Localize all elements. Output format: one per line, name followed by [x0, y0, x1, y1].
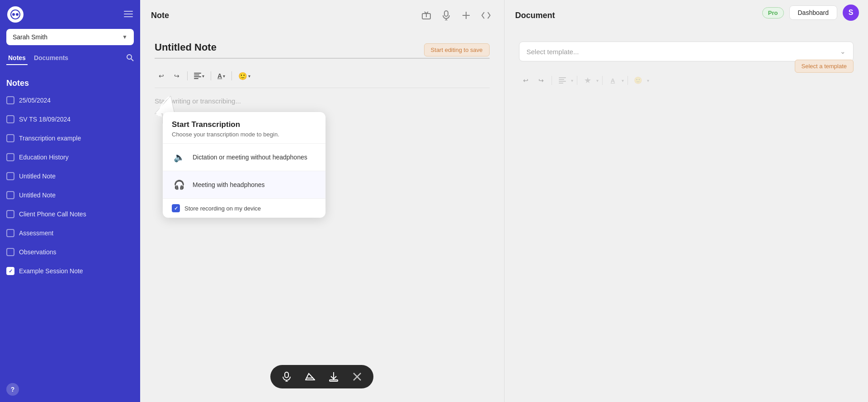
svg-rect-4	[124, 14, 133, 14]
emoji-dropdown[interactable]: 🙂 ▾	[236, 70, 253, 82]
pro-badge: Pro	[762, 7, 784, 19]
doc-text-dropdown[interactable]: A	[606, 74, 620, 87]
note-panel: Note	[140, 0, 505, 402]
help-button[interactable]: ?	[6, 383, 19, 396]
store-label: Store recording on my device	[184, 205, 261, 212]
bottom-download-button[interactable]	[326, 369, 341, 384]
chevron-down-icon: ▾	[596, 78, 599, 83]
sidebar-footer: ?	[0, 377, 140, 402]
note-checkbox[interactable]	[6, 172, 14, 180]
list-item[interactable]: Client Phone Call Notes •••	[0, 205, 140, 224]
note-checkbox[interactable]	[6, 134, 14, 142]
list-item[interactable]: SV TS 18/09/2024 •••	[0, 110, 140, 129]
tab-documents[interactable]: Documents	[32, 51, 70, 65]
chevron-down-icon: ▾	[223, 74, 225, 79]
store-checkbox[interactable]	[172, 204, 180, 212]
sidebar-tabs: Notes Documents	[0, 51, 140, 70]
upload-icon[interactable]	[419, 8, 434, 23]
transcription-option-headphones[interactable]: 🎧 Meeting with headphones	[163, 171, 326, 198]
transcription-popup-title: Start Transcription	[172, 120, 316, 129]
svg-rect-31	[559, 77, 566, 78]
doc-magic-dropdown[interactable]	[581, 74, 594, 87]
note-title: SV TS 18/09/2024	[19, 116, 118, 123]
doc-undo-button[interactable]: ↩	[519, 74, 533, 87]
headphones-icon: 🎧	[172, 178, 186, 192]
svg-point-2	[16, 13, 19, 16]
add-icon[interactable]	[459, 8, 473, 23]
editor-toolbar: ↩ ↪ ▾ A ▾	[155, 66, 490, 88]
mic-icon[interactable]	[439, 8, 453, 23]
list-item[interactable]: Observations •••	[0, 243, 140, 262]
undo-button[interactable]: ↩	[155, 70, 168, 82]
note-checkbox[interactable]	[6, 153, 14, 161]
note-editor[interactable]: Start editing to save ↩ ↪ ▾ A	[140, 31, 504, 402]
sidebar-header	[0, 0, 140, 29]
note-title: Untitled Note	[19, 192, 118, 199]
svg-rect-16	[194, 75, 199, 75]
user-select[interactable]: Sarah Smith ▼	[6, 29, 134, 45]
collapse-icon[interactable]	[479, 8, 493, 23]
app-logo	[7, 6, 24, 23]
svg-rect-32	[559, 79, 564, 80]
transcription-option-no-headphones[interactable]: 🔈 Dictation or meeting without headphone…	[163, 143, 326, 171]
chevron-down-icon: ▼	[122, 34, 127, 40]
align-dropdown[interactable]: ▾	[191, 70, 207, 82]
list-item[interactable]: Assessment •••	[0, 224, 140, 243]
list-item[interactable]: Untitled Note •••	[0, 167, 140, 186]
doc-redo-button[interactable]: ↪	[534, 74, 548, 87]
text-format-dropdown[interactable]: A ▾	[215, 70, 228, 82]
note-panel-header: Note	[140, 0, 504, 31]
bottom-erase-button[interactable]	[303, 369, 317, 384]
doc-align-dropdown[interactable]	[556, 74, 569, 87]
document-panel-title: Document	[515, 11, 555, 20]
redo-button[interactable]: ↪	[170, 70, 184, 82]
bottom-mic-button[interactable]	[279, 369, 294, 384]
note-title: Assessment	[19, 229, 118, 237]
note-checkbox[interactable]	[6, 229, 14, 237]
notes-list: Notes 25/05/2024 ••• SV TS 18/09/2024 ••…	[0, 70, 140, 377]
sidebar-toggle[interactable]	[124, 10, 133, 19]
toolbar-separator	[602, 76, 603, 85]
template-select[interactable]: Select template... ⌄	[519, 42, 854, 61]
note-checkbox[interactable]	[6, 115, 14, 123]
tab-notes[interactable]: Notes	[6, 51, 28, 65]
svg-rect-3	[124, 11, 133, 12]
list-item[interactable]: Transcription example •••	[0, 129, 140, 148]
note-checkbox[interactable]	[6, 96, 14, 104]
speaker-icon: 🔈	[172, 150, 186, 164]
note-checkbox-checked[interactable]	[6, 267, 14, 275]
note-title: Transcription example	[19, 135, 118, 142]
chevron-down-icon: ⌄	[840, 47, 846, 56]
svg-marker-35	[585, 77, 591, 83]
svg-rect-33	[559, 81, 566, 82]
transcription-popup-header: Start Transcription Choose your transcri…	[163, 112, 326, 143]
note-panel-actions	[419, 8, 493, 23]
note-title: 25/05/2024	[19, 97, 118, 104]
note-title: Education History	[19, 154, 118, 161]
toolbar-separator	[211, 71, 211, 80]
list-item[interactable]: Education History •••	[0, 148, 140, 167]
note-panel-title: Note	[151, 11, 169, 20]
bottom-close-button[interactable]	[350, 369, 364, 384]
note-checkbox[interactable]	[6, 210, 14, 218]
list-item[interactable]: Example Session Note •••	[0, 262, 140, 280]
chevron-down-icon: ▾	[248, 74, 250, 79]
svg-point-6	[127, 55, 132, 59]
doc-emoji-dropdown[interactable]: 🙂	[632, 74, 645, 87]
note-title: Example Session Note	[19, 267, 118, 275]
avatar[interactable]: S	[843, 5, 859, 21]
transcription-option-label: Meeting with headphones	[193, 181, 265, 188]
note-title: Client Phone Call Notes	[19, 210, 118, 218]
chevron-down-icon: ▾	[622, 78, 624, 83]
topbar: Pro Dashboard S	[753, 0, 868, 25]
note-checkbox[interactable]	[6, 248, 14, 256]
store-recording-option[interactable]: Store recording on my device	[163, 198, 326, 218]
list-item[interactable]: Untitled Note •••	[0, 186, 140, 205]
svg-rect-34	[559, 83, 563, 84]
list-item[interactable]: 25/05/2024 •••	[0, 91, 140, 110]
transcription-popup-subtitle: Choose your transcription mode to begin.	[172, 131, 316, 138]
note-checkbox[interactable]	[6, 191, 14, 199]
search-icon[interactable]	[126, 53, 134, 64]
chevron-down-icon: ▾	[571, 78, 573, 83]
dashboard-button[interactable]: Dashboard	[789, 5, 838, 20]
